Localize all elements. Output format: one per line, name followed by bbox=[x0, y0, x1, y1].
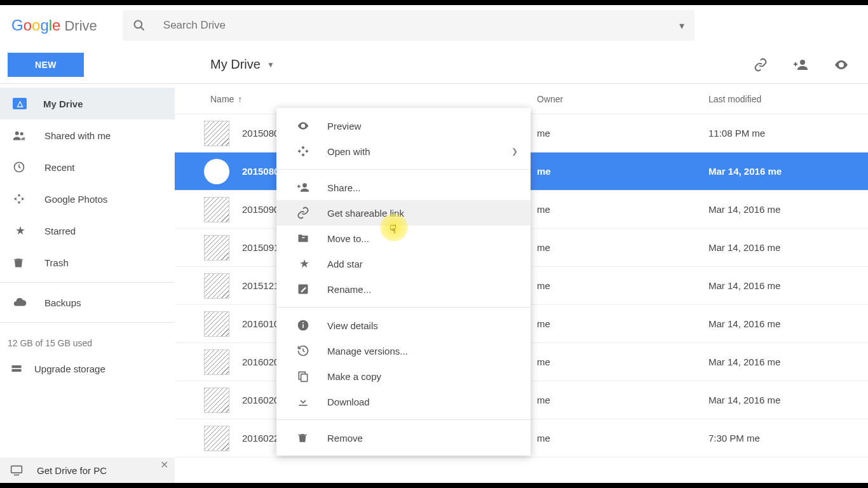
sidebar-item-recent[interactable]: Recent bbox=[0, 151, 175, 183]
add-person-icon[interactable] bbox=[793, 57, 808, 72]
eye-icon[interactable] bbox=[834, 57, 849, 72]
photos-icon bbox=[13, 193, 28, 205]
sidebar-item-backups[interactable]: Backups bbox=[0, 287, 175, 318]
svg-point-14 bbox=[302, 322, 304, 323]
open-with-icon bbox=[297, 145, 312, 158]
ctx-label: Share... bbox=[327, 182, 361, 193]
file-owner: me bbox=[537, 318, 709, 329]
svg-point-4 bbox=[20, 132, 24, 135]
sidebar-item-trash[interactable]: Trash bbox=[0, 247, 175, 278]
svg-rect-15 bbox=[301, 374, 308, 382]
svg-point-2 bbox=[800, 60, 805, 65]
ctx-label: Add star bbox=[327, 259, 363, 269]
file-owner: me bbox=[537, 433, 709, 444]
ctx-manage-versions[interactable]: Manage versions... bbox=[276, 338, 531, 363]
get-drive-promo[interactable]: Get Drive for PC ✕ bbox=[0, 458, 175, 483]
ctx-view-details[interactable]: View details bbox=[276, 313, 531, 338]
info-icon bbox=[297, 319, 312, 332]
ctx-preview[interactable]: Preview bbox=[276, 113, 531, 139]
file-thumbnail bbox=[204, 197, 229, 222]
sidebar-item-shared[interactable]: Shared with me bbox=[0, 119, 175, 151]
ctx-label: Move to... bbox=[327, 233, 369, 244]
file-modified: Mar 14, 2016 me bbox=[709, 395, 868, 405]
file-owner: me bbox=[537, 356, 709, 367]
sidebar-item-label: Recent bbox=[44, 162, 75, 173]
logo-letter: o bbox=[24, 17, 32, 34]
download-icon bbox=[297, 395, 312, 408]
body: △ My Drive Shared with me Recent bbox=[0, 84, 868, 483]
storage-icon bbox=[10, 362, 23, 375]
close-icon[interactable]: ✕ bbox=[160, 459, 168, 471]
sidebar-item-label: Starred bbox=[44, 226, 76, 236]
column-modified[interactable]: Last modified bbox=[709, 94, 868, 104]
file-thumbnail bbox=[204, 273, 229, 299]
sidebar-item-my-drive[interactable]: △ My Drive bbox=[0, 88, 175, 119]
file-modified: Mar 14, 2016 me bbox=[709, 356, 868, 367]
column-name[interactable]: Name ↑ bbox=[175, 94, 537, 104]
logo-product: Drive bbox=[64, 18, 97, 34]
main-pane: Name ↑ Owner Last modified 20150804_2me1… bbox=[175, 84, 868, 483]
file-modified: Mar 14, 2016 me bbox=[709, 318, 868, 329]
separator bbox=[276, 307, 531, 308]
ctx-label: Remove bbox=[327, 433, 363, 444]
add-person-icon bbox=[297, 181, 312, 194]
svg-point-10 bbox=[302, 183, 307, 187]
file-owner: me bbox=[537, 204, 709, 215]
trash-icon bbox=[297, 431, 312, 444]
svg-line-1 bbox=[140, 27, 144, 30]
logo[interactable]: Google Drive bbox=[8, 17, 97, 34]
people-icon bbox=[13, 129, 28, 142]
new-button[interactable]: NEW bbox=[8, 53, 84, 77]
letterbox-top bbox=[0, 0, 868, 5]
cloud-icon bbox=[13, 295, 28, 309]
ctx-remove[interactable]: Remove bbox=[276, 425, 531, 451]
header: Google Drive ▾ bbox=[0, 5, 868, 46]
star-icon: ★ bbox=[297, 257, 312, 271]
ctx-label: Preview bbox=[327, 121, 361, 132]
sidebar-item-photos[interactable]: Google Photos bbox=[0, 183, 175, 215]
search-bar[interactable]: ▾ bbox=[123, 10, 695, 41]
file-owner: me bbox=[537, 280, 709, 291]
separator bbox=[276, 419, 531, 420]
upgrade-storage-link[interactable]: Upgrade storage bbox=[0, 356, 175, 381]
ctx-share[interactable]: Share... bbox=[276, 175, 531, 200]
ctx-add-star[interactable]: ★ Add star bbox=[276, 251, 531, 276]
file-modified: Mar 14, 2016 me bbox=[709, 280, 868, 291]
ctx-label: View details bbox=[327, 320, 378, 331]
chevron-down-icon: ▼ bbox=[267, 60, 275, 69]
ctx-label: Manage versions... bbox=[327, 346, 408, 356]
file-modified: Mar 14, 2016 me bbox=[709, 166, 868, 177]
file-owner: me bbox=[537, 395, 709, 405]
logo-letter: G bbox=[11, 17, 24, 34]
svg-rect-8 bbox=[12, 369, 22, 372]
ctx-open-with[interactable]: Open with ❯ bbox=[276, 139, 531, 164]
svg-rect-7 bbox=[12, 365, 22, 368]
link-icon[interactable] bbox=[754, 58, 768, 72]
sidebar: △ My Drive Shared with me Recent bbox=[0, 84, 175, 483]
storage-text: 12 GB of 15 GB used bbox=[0, 327, 175, 356]
sidebar-item-starred[interactable]: ★ Starred bbox=[0, 215, 175, 247]
column-owner[interactable]: Owner bbox=[537, 94, 709, 104]
file-thumbnail bbox=[204, 121, 229, 146]
location-dropdown[interactable]: My Drive ▼ bbox=[175, 57, 275, 72]
svg-rect-16 bbox=[299, 405, 307, 406]
link-icon bbox=[297, 207, 312, 219]
file-modified: Mar 14, 2016 me bbox=[709, 204, 868, 215]
search-input[interactable] bbox=[163, 19, 679, 32]
svg-rect-9 bbox=[11, 466, 22, 473]
file-thumbnail bbox=[204, 235, 229, 261]
sidebar-item-label: Trash bbox=[44, 257, 69, 268]
ctx-move-to[interactable]: Move to... bbox=[276, 226, 531, 251]
separator bbox=[0, 322, 175, 323]
ctx-download[interactable]: Download bbox=[276, 389, 531, 414]
column-label: Name bbox=[210, 94, 234, 104]
sidebar-item-label: Backups bbox=[44, 297, 81, 308]
ctx-label: Make a copy bbox=[327, 371, 381, 382]
logo-letter: o bbox=[32, 17, 40, 34]
search-dropdown-icon[interactable]: ▾ bbox=[679, 20, 684, 32]
drive-icon: △ bbox=[13, 98, 27, 109]
ctx-rename[interactable]: Rename... bbox=[276, 276, 531, 302]
ctx-make-copy[interactable]: Make a copy bbox=[276, 363, 531, 389]
ctx-label: Open with bbox=[327, 146, 370, 157]
ctx-get-shareable-link[interactable]: Get shareable link bbox=[276, 200, 531, 226]
